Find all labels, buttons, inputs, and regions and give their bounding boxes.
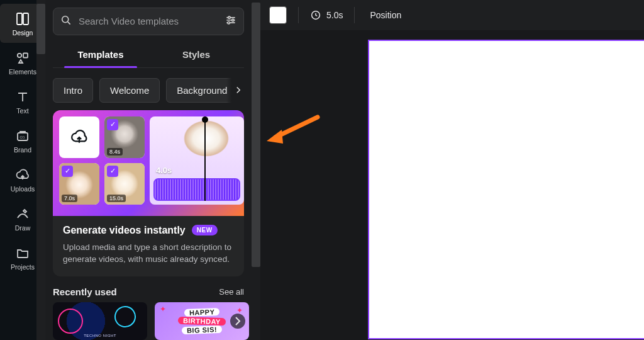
recent-title: Recently used — [53, 286, 117, 297]
hb-line: BIRTHDAY — [178, 317, 226, 326]
clock-icon — [310, 9, 321, 21]
hb-line: BIG SIS! — [182, 326, 222, 334]
rail-label: Text — [16, 107, 28, 115]
canvas-toolbar: 5.0s Position — [260, 0, 644, 30]
position-button[interactable]: Position — [366, 8, 405, 23]
draw-icon — [15, 207, 30, 222]
tab-templates[interactable]: Templates — [53, 43, 148, 67]
toolbar-divider — [354, 7, 355, 23]
search-icon — [60, 14, 72, 29]
chevron-right-icon — [233, 84, 244, 96]
text-icon — [15, 89, 30, 105]
duration-badge: 7.0s — [62, 195, 77, 202]
rail-scrollbar[interactable] — [36, 0, 45, 340]
svg-point-7 — [228, 16, 230, 18]
generate-videos-promo[interactable]: ✓ 8.4s 4.0s ✓ 7.0s ✓ 15.0s — [53, 110, 244, 276]
rail-label: Uploads — [11, 185, 35, 193]
svg-rect-0 — [17, 13, 22, 25]
promo-thumb: ✓ 8.4s — [104, 116, 145, 158]
svg-point-6 — [62, 16, 69, 23]
projects-icon — [15, 246, 30, 261]
category-chips: Intro Welcome Background — [53, 78, 244, 103]
brand-icon: CO. — [15, 128, 30, 144]
recent-caption: TECHNO NIGHT — [53, 334, 147, 337]
cloud-upload-icon — [70, 128, 89, 147]
chips-scroll-right[interactable] — [226, 77, 244, 103]
svg-point-2 — [18, 54, 21, 57]
selected-check-icon: ✓ — [62, 166, 73, 177]
uploads-icon — [15, 167, 30, 183]
panel-tabs: Templates Styles — [53, 43, 244, 68]
chip-intro[interactable]: Intro — [53, 78, 93, 103]
see-all-link[interactable]: See all — [219, 287, 244, 297]
promo-thumb: ✓ 7.0s — [59, 163, 99, 205]
elements-icon — [15, 50, 30, 65]
rail-label: Elements — [9, 68, 36, 76]
main-thumb-duration: 4.0s — [156, 166, 172, 175]
recent-header: Recently used See all — [53, 286, 244, 297]
promo-title: Generate videos instantly — [63, 225, 186, 236]
svg-point-8 — [232, 19, 234, 21]
left-rail: Design Elements Text CO. Brand Uploads D… — [0, 0, 45, 340]
recent-template[interactable]: TECHNO NIGHT — [53, 302, 147, 340]
tab-styles[interactable]: Styles — [148, 43, 244, 67]
app-root: Design Elements Text CO. Brand Uploads D… — [0, 0, 644, 340]
clip-duration-button[interactable]: 5.0s — [310, 9, 343, 21]
hb-line: HAPPY — [184, 308, 220, 317]
playhead-indicator — [204, 120, 206, 201]
audio-waveform — [153, 178, 240, 201]
chip-welcome[interactable]: Welcome — [99, 78, 160, 103]
editor-stage: 5.0s Position — [260, 0, 644, 340]
svg-rect-1 — [23, 13, 28, 25]
side-panel: Templates Styles Intro Welcome Backgroun… — [45, 0, 260, 340]
svg-point-9 — [228, 21, 230, 23]
promo-collage: ✓ 8.4s 4.0s ✓ 7.0s ✓ 15.0s — [53, 110, 244, 216]
rail-label: Brand — [14, 146, 31, 154]
page-canvas[interactable] — [369, 40, 644, 339]
search-bar[interactable] — [53, 8, 244, 35]
promo-thumb: ✓ 15.0s — [104, 163, 145, 205]
background-color-swatch[interactable] — [269, 6, 287, 24]
promo-body: Generate videos instantly NEW Upload med… — [53, 216, 244, 276]
canvas-viewport[interactable] — [260, 30, 644, 340]
upload-tile[interactable] — [59, 116, 99, 158]
selected-check-icon: ✓ — [107, 166, 118, 177]
chevron-right-icon — [230, 314, 245, 329]
toolbar-divider — [298, 7, 299, 23]
recent-scroll-right[interactable] — [230, 314, 245, 329]
selected-check-icon: ✓ — [107, 119, 118, 130]
duration-badge: 15.0s — [107, 195, 126, 202]
svg-text:CO.: CO. — [20, 135, 26, 139]
duration-text: 5.0s — [326, 10, 343, 20]
new-badge: NEW — [192, 225, 218, 235]
rail-label: Design — [13, 29, 33, 37]
svg-rect-3 — [23, 54, 28, 58]
promo-description: Upload media and type a short descriptio… — [63, 241, 234, 266]
rail-label: Projects — [11, 263, 35, 271]
promo-main-thumb: 4.0s — [150, 116, 244, 205]
recent-row: TECHNO NIGHT ✦ ✦ HAPPY BIRTHDAY BIG SIS! — [53, 302, 244, 340]
filter-icon[interactable] — [225, 14, 237, 29]
panel-scrollbar[interactable] — [252, 0, 260, 340]
rail-label: Draw — [15, 224, 31, 232]
duration-badge: 8.4s — [107, 148, 123, 156]
design-icon — [15, 11, 30, 26]
search-input[interactable] — [79, 16, 218, 26]
